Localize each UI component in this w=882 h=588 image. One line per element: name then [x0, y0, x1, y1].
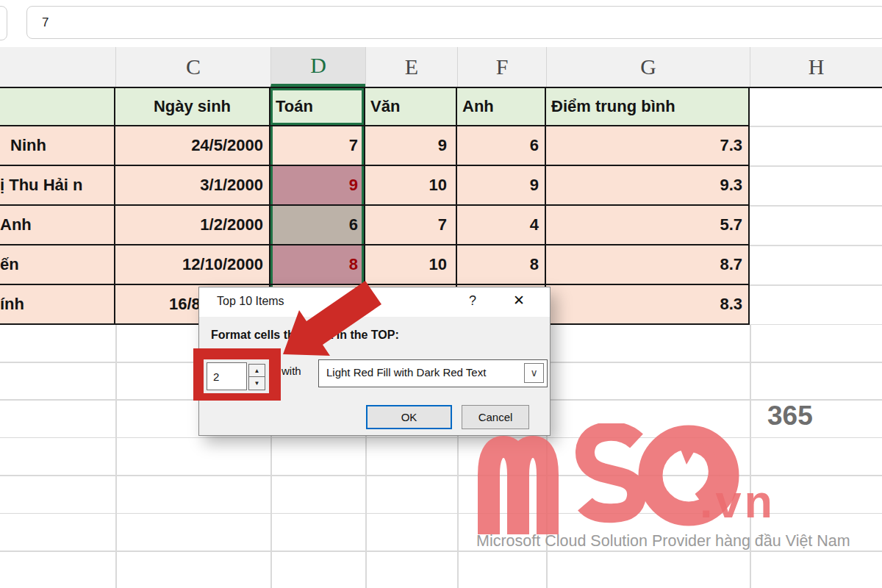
- cell-h3[interactable]: [750, 166, 882, 206]
- cell-toan-2-conditional[interactable]: 9: [270, 166, 365, 206]
- col-header-b-partial[interactable]: [0, 47, 115, 87]
- cell-van-1[interactable]: 9: [365, 126, 457, 166]
- header-cell-b[interactable]: [0, 87, 115, 126]
- cell-h4[interactable]: [750, 206, 882, 245]
- cell-anh-4[interactable]: 8: [457, 245, 546, 285]
- cell-name-3[interactable]: Anh: [0, 206, 115, 245]
- watermark-tagline: Microsoft Cloud Solution Provider hàng đ…: [476, 532, 850, 551]
- cell-avg-3[interactable]: 5.7: [546, 206, 750, 245]
- col-header-c[interactable]: C: [115, 47, 270, 87]
- formula-bar-input[interactable]: 7: [26, 6, 882, 39]
- cell-date-1[interactable]: 24/5/2000: [115, 126, 270, 166]
- cell-anh-1[interactable]: 6: [457, 126, 546, 166]
- cell-name-2[interactable]: ị Thu Hải n: [0, 166, 115, 206]
- cell-h6[interactable]: [750, 285, 882, 325]
- cell-anh-3[interactable]: 4: [457, 206, 546, 245]
- format-style-dropdown-value: Light Red Fill with Dark Red Text: [326, 366, 486, 379]
- cell-date-2[interactable]: 3/1/2000: [115, 166, 270, 206]
- header-cell-anh[interactable]: Anh: [457, 87, 546, 126]
- header-cell-toan-selected[interactable]: Toán: [270, 87, 365, 126]
- gridline: [115, 325, 117, 588]
- excel-screenshot: 7 C D E F G H Ngày sinh Toán Văn Anh Điể…: [0, 0, 882, 588]
- cell-avg-2[interactable]: 9.3: [546, 166, 750, 206]
- cell-van-3[interactable]: 7: [365, 206, 457, 245]
- watermark-domain: .vn: [700, 475, 775, 528]
- table-header-row: Ngày sinh Toán Văn Anh Điểm trung bình: [0, 87, 882, 126]
- cell-van-2[interactable]: 10: [365, 166, 457, 206]
- col-header-e[interactable]: E: [365, 47, 457, 87]
- cell-name-4[interactable]: ến: [0, 245, 115, 285]
- rank-value-input[interactable]: 2: [207, 362, 247, 390]
- formula-bar: 7: [0, 0, 882, 47]
- spinner-down-icon[interactable]: ▼: [248, 376, 265, 390]
- table-row: Ninh 24/5/2000 7 9 6 7.3: [0, 126, 882, 166]
- cell-avg-4[interactable]: 8.7: [546, 245, 750, 285]
- cell-anh-2[interactable]: 9: [457, 166, 546, 206]
- table-row: ị Thu Hải n 3/1/2000 9 10 9 9.3: [0, 166, 882, 206]
- cell-name-1[interactable]: Ninh: [0, 126, 115, 166]
- header-cell-ngay-sinh[interactable]: Ngày sinh: [115, 87, 270, 126]
- watermark-365: 365: [767, 401, 813, 431]
- cell-avg-5[interactable]: 8.3: [546, 285, 750, 325]
- cell-h1[interactable]: [750, 87, 882, 126]
- spinner-buttons: ▲ ▼: [248, 364, 265, 389]
- close-icon[interactable]: ✕: [509, 292, 528, 311]
- header-cell-van[interactable]: Văn: [365, 87, 457, 126]
- cell-date-3[interactable]: 1/2/2000: [115, 206, 270, 245]
- col-header-f[interactable]: F: [457, 47, 546, 87]
- name-box-edge: [0, 6, 7, 40]
- col-header-g[interactable]: G: [546, 47, 750, 87]
- col-header-d-selected[interactable]: D: [270, 47, 365, 87]
- table-row: Anh 1/2/2000 6 7 4 5.7: [0, 206, 882, 245]
- header-cell-diem-trung-binh[interactable]: Điểm trung bình: [546, 87, 750, 126]
- chevron-down-icon[interactable]: ∨: [524, 363, 544, 383]
- ok-button[interactable]: OK: [366, 405, 452, 429]
- cell-h2[interactable]: [750, 126, 882, 166]
- help-icon[interactable]: ?: [464, 293, 481, 311]
- cell-name-5[interactable]: ính: [0, 285, 115, 325]
- cell-avg-1[interactable]: 7.3: [546, 126, 750, 166]
- cell-toan-1-active[interactable]: 7: [270, 126, 365, 166]
- column-header-strip: C D E F G H: [0, 47, 882, 87]
- col-header-h[interactable]: H: [750, 47, 882, 87]
- red-arrow-annotation: [257, 265, 397, 368]
- cell-date-4[interactable]: 12/10/2000: [115, 245, 270, 285]
- table-row: ến 12/10/2000 8 10 8 8.7: [0, 245, 882, 285]
- cell-h5[interactable]: [750, 245, 882, 285]
- cell-toan-3[interactable]: 6: [270, 206, 365, 245]
